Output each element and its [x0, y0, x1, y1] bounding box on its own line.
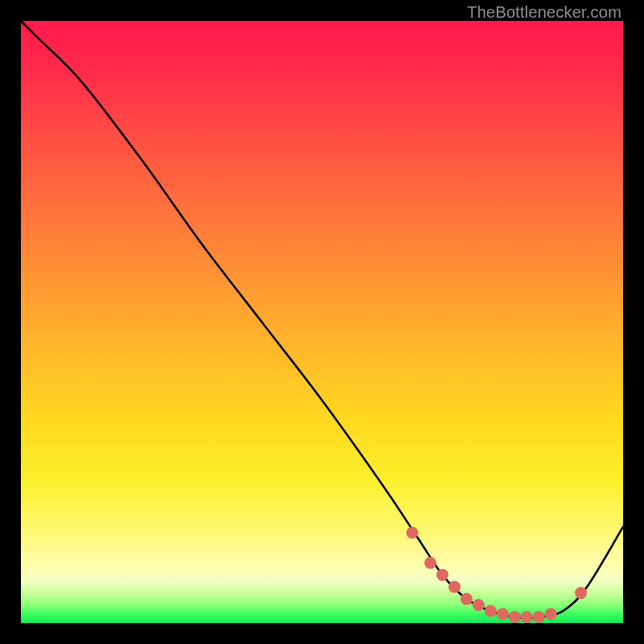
curve-svg [21, 21, 623, 623]
marker-dot [575, 587, 587, 599]
marker-dot [497, 608, 509, 620]
marker-dot [448, 581, 460, 593]
marker-dot [407, 526, 419, 539]
marker-dot [460, 593, 473, 605]
marker-dot [485, 605, 497, 617]
marker-dot [545, 608, 557, 620]
watermark-text: TheBottlenecker.com [467, 3, 621, 22]
bottleneck-curve [21, 21, 623, 617]
marker-dot [424, 557, 436, 569]
marker-dot [533, 611, 545, 623]
highlight-markers [407, 526, 587, 623]
plot-area [21, 21, 623, 623]
marker-dot [521, 611, 533, 623]
marker-dot [473, 599, 485, 611]
marker-dot [436, 569, 448, 581]
chart-stage: TheBottlenecker.com [0, 0, 644, 644]
marker-dot [509, 611, 521, 623]
